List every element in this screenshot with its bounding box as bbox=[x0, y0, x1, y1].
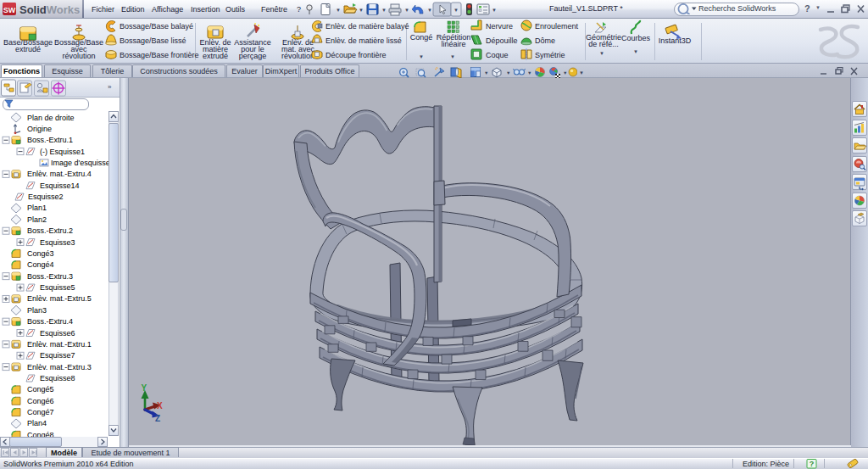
svg-text:Esquisse7: Esquisse7 bbox=[40, 351, 75, 360]
svg-text:Esquisse5: Esquisse5 bbox=[40, 283, 75, 292]
svg-text:Enlèv. mat.-Extru.4: Enlèv. mat.-Extru.4 bbox=[27, 170, 92, 178]
svg-text:▼: ▼ bbox=[427, 8, 432, 13]
svg-text:Esquisse14: Esquisse14 bbox=[40, 181, 80, 190]
svg-text:▼: ▼ bbox=[359, 8, 364, 13]
svg-text:SW: SW bbox=[3, 6, 16, 14]
svg-text:Boss.-Extru.1: Boss.-Extru.1 bbox=[27, 136, 73, 144]
svg-text:Esquisse6: Esquisse6 bbox=[40, 329, 75, 338]
svg-text:Boss.-Extru.4: Boss.-Extru.4 bbox=[27, 317, 73, 326]
svg-text:Congé6: Congé6 bbox=[27, 397, 54, 405]
svg-text:Enlèv. mat.-Extru.3: Enlèv. mat.-Extru.3 bbox=[27, 363, 92, 371]
svg-text:▼: ▼ bbox=[404, 8, 409, 13]
svg-text:Image d'esquisse1: Image d'esquisse1 bbox=[51, 159, 108, 167]
svg-text:(-) Esquisse1: (-) Esquisse1 bbox=[40, 148, 85, 156]
svg-text:Esquisse2: Esquisse2 bbox=[28, 193, 64, 201]
svg-text:?: ? bbox=[810, 460, 815, 468]
svg-text:Boss.-Extru.2: Boss.-Extru.2 bbox=[27, 226, 73, 235]
svg-text:Plan3: Plan3 bbox=[27, 306, 47, 315]
svg-text:▼: ▼ bbox=[484, 70, 488, 75]
svg-text:Y: Y bbox=[142, 383, 147, 393]
svg-text:Origine: Origine bbox=[27, 125, 52, 133]
svg-text:▼: ▼ bbox=[527, 70, 531, 75]
svg-text:X: X bbox=[157, 401, 163, 410]
svg-text:Esquisse8: Esquisse8 bbox=[40, 374, 75, 382]
svg-text:Congé3: Congé3 bbox=[27, 249, 54, 258]
svg-text:Congé4: Congé4 bbox=[27, 260, 54, 269]
svg-text:Esquisse3: Esquisse3 bbox=[40, 238, 75, 247]
svg-text:Plan de droite: Plan de droite bbox=[27, 114, 75, 122]
svg-text:▼: ▼ bbox=[563, 70, 567, 75]
svg-text:Plan4: Plan4 bbox=[27, 419, 47, 427]
svg-text:Congé7: Congé7 bbox=[27, 408, 54, 416]
svg-text:Enlèv. mat.-Extru.1: Enlèv. mat.-Extru.1 bbox=[27, 340, 92, 349]
svg-text:Plan1: Plan1 bbox=[27, 204, 47, 212]
svg-text:▼: ▼ bbox=[453, 8, 459, 13]
svg-text:Enlèv. mat.-Extru.5: Enlèv. mat.-Extru.5 bbox=[27, 294, 92, 303]
svg-text:▼: ▼ bbox=[381, 8, 387, 13]
svg-text:Congé5: Congé5 bbox=[27, 385, 54, 394]
svg-text:▼: ▼ bbox=[336, 8, 341, 13]
svg-text:Z: Z bbox=[155, 414, 160, 423]
svg-text:Plan2: Plan2 bbox=[27, 215, 47, 224]
svg-text:Boss.-Extru.3: Boss.-Extru.3 bbox=[27, 272, 73, 281]
svg-text:▼: ▼ bbox=[492, 8, 497, 13]
svg-text:▼: ▼ bbox=[506, 70, 510, 75]
